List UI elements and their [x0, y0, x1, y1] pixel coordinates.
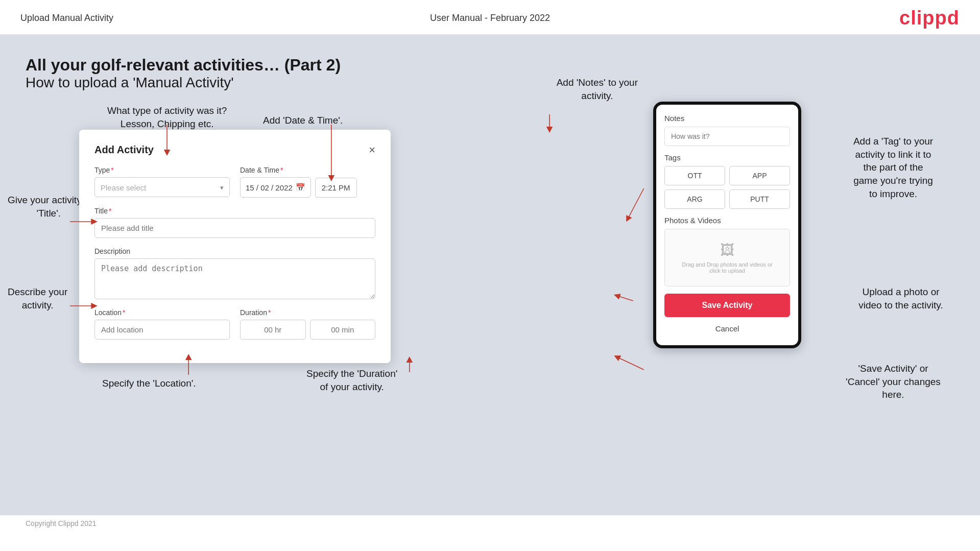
close-button[interactable]: ×: [369, 145, 375, 156]
duration-group: Duration*: [240, 308, 375, 340]
cancel-link[interactable]: Cancel: [664, 322, 790, 337]
tag-app[interactable]: APP: [729, 166, 790, 185]
tags-label: Tags: [664, 153, 790, 162]
modal-title: Add Activity: [94, 144, 154, 156]
location-duration-row: Location* Duration*: [94, 308, 375, 340]
annotation-upload: Upload a photo or video to the activity.: [837, 285, 965, 312]
annotation-notes: Add 'Notes' to your activity.: [557, 76, 638, 102]
duration-min-input[interactable]: [310, 320, 376, 340]
annotation-what-type: What type of activity was it? Lesson, Ch…: [107, 104, 227, 130]
phone-mockup: Notes Tags OTT APP ARG PUTT Photos & Vid…: [653, 102, 801, 348]
save-activity-button[interactable]: Save Activity: [664, 294, 790, 317]
svg-line-9: [617, 357, 644, 370]
footer: Copyright Clippd 2021: [0, 515, 980, 532]
photos-label: Photos & Videos: [664, 216, 790, 225]
annotation-date-time: Add 'Date & Time'.: [263, 114, 343, 127]
description-input[interactable]: [94, 258, 375, 299]
page-label: Upload Manual Activity: [20, 13, 113, 23]
main-content: All your golf-relevant activities… (Part…: [0, 35, 980, 515]
time-input[interactable]: 2:21 PM: [315, 178, 357, 198]
copyright: Copyright Clippd 2021: [26, 519, 97, 528]
date-input[interactable]: 15 / 02 / 2022 📅: [240, 177, 311, 198]
tag-arg[interactable]: ARG: [664, 189, 725, 209]
datetime-inputs: 15 / 02 / 2022 📅 2:21 PM: [240, 177, 375, 198]
photos-section: Photos & Videos 🖼 Drag and Drop photos a…: [664, 216, 790, 286]
datetime-label: Date & Time*: [240, 166, 375, 174]
location-label: Location*: [94, 308, 230, 317]
type-datetime-row: Type* ▾ Please select Date & Time* 15 / …: [94, 166, 375, 198]
location-group: Location*: [94, 308, 230, 340]
notes-label: Notes: [664, 114, 790, 123]
title-group: Title*: [94, 207, 375, 238]
phone-inner: Notes Tags OTT APP ARG PUTT Photos & Vid…: [656, 105, 798, 345]
tags-grid: OTT APP ARG PUTT: [664, 166, 790, 209]
photos-dropzone[interactable]: 🖼 Drag and Drop photos and videos or cli…: [664, 229, 790, 286]
tag-putt[interactable]: PUTT: [729, 189, 790, 209]
tags-section: Tags OTT APP ARG PUTT: [664, 153, 790, 209]
notes-input[interactable]: [664, 127, 790, 146]
add-activity-modal: Add Activity × Type* ▾ Please select: [79, 130, 391, 363]
annotation-tag: Add a 'Tag' to your activity to link it …: [822, 135, 965, 200]
annotation-describe: Describe your activity.: [8, 285, 67, 312]
image-icon: 🖼: [670, 242, 784, 258]
photos-drop-text: Drag and Drop photos and videos or click…: [670, 261, 784, 274]
title-input[interactable]: [94, 218, 375, 238]
heading-line2: How to upload a 'Manual Activity': [26, 75, 954, 91]
type-select-wrapper: ▾ Please select: [94, 177, 230, 197]
manual-label: User Manual - February 2022: [430, 13, 550, 23]
annotation-location: Specify the 'Location'.: [102, 377, 196, 390]
annotation-save: 'Save Activity' or 'Cancel' your changes…: [822, 362, 965, 401]
annotation-duration: Specify the 'Duration' of your activity.: [306, 367, 397, 393]
type-select[interactable]: [94, 177, 230, 197]
type-group: Type* ▾ Please select: [94, 166, 230, 198]
svg-line-8: [617, 296, 633, 301]
duration-hr-input[interactable]: [240, 320, 306, 340]
logo: clippd: [899, 7, 960, 29]
datetime-group: Date & Time* 15 / 02 / 2022 📅 2:21 PM: [240, 166, 375, 198]
description-label: Description: [94, 247, 375, 255]
heading-line1: All your golf-relevant activities… (Part…: [26, 56, 954, 75]
page-heading: All your golf-relevant activities… (Part…: [26, 56, 954, 91]
description-group: Description: [94, 247, 375, 299]
annotation-give-title: Give your activity a 'Title'.: [8, 194, 90, 220]
title-label: Title*: [94, 207, 375, 215]
top-bar: Upload Manual Activity User Manual - Feb…: [0, 0, 980, 35]
calendar-icon: 📅: [296, 183, 305, 192]
tag-ott[interactable]: OTT: [664, 166, 725, 185]
type-label: Type*: [94, 166, 230, 174]
location-input[interactable]: [94, 320, 230, 340]
duration-inputs: [240, 320, 375, 340]
modal-header: Add Activity ×: [94, 144, 375, 156]
svg-line-7: [628, 188, 644, 219]
duration-label: Duration*: [240, 308, 375, 317]
